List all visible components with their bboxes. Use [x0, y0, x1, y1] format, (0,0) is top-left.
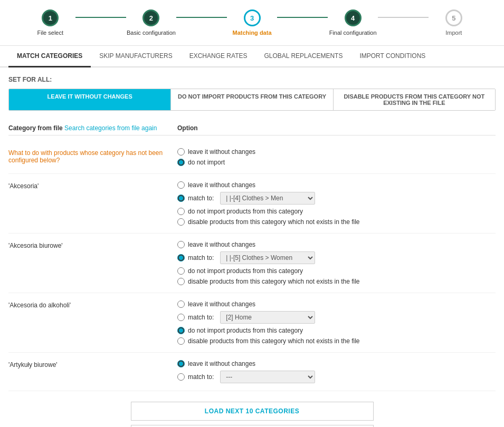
akc-alkoholi-radio-match[interactable]: [177, 314, 185, 321]
art-biurowe-radio-leave[interactable]: [177, 360, 185, 367]
options-akcesoria-alkoholi: leave it without changes match to: [2] H…: [177, 300, 496, 345]
row-akcesoria: 'Akcesoria' leave it without changes mat…: [8, 174, 496, 234]
akc-biurowe-radio-disable[interactable]: [177, 278, 185, 285]
akc-biurowe-radio-match[interactable]: [177, 254, 185, 261]
unconfigured-options: leave it without changes do not import: [177, 148, 496, 166]
unconfigured-row: What to do with products whose category …: [8, 141, 496, 174]
akc-biurowe-radio-leave[interactable]: [177, 241, 185, 248]
step-3-label: Matching data: [233, 30, 272, 36]
art-biurowe-radio-match[interactable]: [177, 373, 185, 381]
step-3-circle: 3: [244, 9, 261, 26]
options-akcesoria: leave it without changes match to: | |-[…: [177, 181, 496, 226]
akc-alkoholi-radio-no-import[interactable]: [177, 327, 185, 334]
step-4: 4 Final configuration: [328, 9, 378, 36]
akc-biurowe-dropdown[interactable]: | |-[5] Clothes > Women: [220, 251, 315, 264]
main-content: SET FOR ALL: LEAVE IT WITHOUT CHANGES DO…: [0, 67, 504, 427]
akc-alkoholi-opt-disable[interactable]: disable products from this category whic…: [177, 337, 496, 345]
header-option: Option: [177, 124, 198, 132]
art-biurowe-opt-leave[interactable]: leave it without changes: [177, 360, 496, 367]
akc-alkoholi-opt-match[interactable]: match to: [2] Home: [177, 311, 496, 324]
step-1-label: File select: [37, 30, 64, 36]
load-all-button[interactable]: LOAD ALL CATEGORIES (80): [131, 425, 374, 427]
akcesoria-radio-disable[interactable]: [177, 218, 185, 226]
unconfigured-radio-leave[interactable]: [177, 148, 185, 156]
step-4-circle: 4: [345, 9, 362, 26]
header-category: Category from file Search categories fro…: [8, 124, 177, 132]
akcesoria-radio-match[interactable]: [177, 195, 185, 202]
art-biurowe-opt-match[interactable]: match to: ---: [177, 371, 496, 383]
akc-biurowe-opt-leave[interactable]: leave it without changes: [177, 241, 496, 248]
tabs-bar: MATCH CATEGORIES SKIP MANUFACTURERS EXCH…: [0, 46, 504, 67]
load-buttons-section: LOAD NEXT 10 CATEGORIES LOAD ALL CATEGOR…: [8, 402, 496, 427]
akc-alkoholi-opt-leave[interactable]: leave it without changes: [177, 300, 496, 308]
unconfigured-radio-do-not-import[interactable]: [177, 159, 185, 166]
step-1-circle: 1: [42, 9, 59, 26]
btn-do-not-import[interactable]: DO NOT IMPORT PRODUCTS FROM THIS CATEGOR…: [171, 89, 333, 110]
akc-alkoholi-opt-no-import[interactable]: do not import products from this categor…: [177, 327, 496, 334]
akc-alkoholi-radio-leave[interactable]: [177, 300, 185, 308]
cat-label-akcesoria-alkoholi: 'Akcesoria do alkoholi': [8, 300, 177, 309]
akcesoria-opt-match[interactable]: match to: | |-[4] Clothes > Men: [177, 192, 496, 205]
set-for-all-label: SET FOR ALL:: [8, 76, 496, 83]
row-akcesoria-alkoholi: 'Akcesoria do alkoholi' leave it without…: [8, 293, 496, 353]
akcesoria-opt-disable[interactable]: disable products from this category whic…: [177, 218, 496, 226]
global-action-buttons: LEAVE IT WITHOUT CHANGES DO NOT IMPORT P…: [8, 89, 496, 111]
akc-biurowe-opt-match[interactable]: match to: | |-[5] Clothes > Women: [177, 251, 496, 264]
cat-label-artykuly-biurowe: 'Artykuły biurowe': [8, 360, 177, 368]
tab-global-replacements[interactable]: GLOBAL REPLACEMENTS: [256, 46, 351, 67]
akcesoria-dropdown[interactable]: | |-[4] Clothes > Men: [220, 192, 315, 205]
step-5: 5 Import: [429, 9, 479, 36]
load-next-button[interactable]: LOAD NEXT 10 CATEGORIES: [131, 402, 374, 421]
tab-match-categories[interactable]: MATCH CATEGORIES: [8, 46, 91, 67]
unconfigured-option-do-not-import[interactable]: do not import: [177, 159, 496, 166]
options-artykuly-biurowe: leave it without changes match to: ---: [177, 360, 496, 383]
step-5-label: Import: [445, 30, 462, 36]
step-2: 2 Basic configuration: [126, 9, 177, 36]
row-akcesoria-biurowe: 'Akcesoria biurowe' leave it without cha…: [8, 234, 496, 293]
step-2-label: Basic configuration: [127, 30, 176, 36]
step-1: 1 File select: [25, 9, 76, 36]
connector-1-2: [75, 17, 126, 18]
btn-disable-products[interactable]: DISABLE PRODUCTS FROM THIS CATEGORY NOT …: [334, 89, 495, 110]
unconfigured-option-leave[interactable]: leave it without changes: [177, 148, 496, 156]
akcesoria-radio-no-import[interactable]: [177, 208, 185, 215]
stepper: 1 File select 2 Basic configuration 3 Ma…: [0, 0, 504, 46]
akc-alkoholi-dropdown[interactable]: [2] Home: [220, 311, 315, 324]
tab-import-conditions[interactable]: IMPORT CONDITIONS: [351, 46, 434, 67]
tab-skip-manufacturers[interactable]: SKIP MANUFACTURERS: [91, 46, 180, 67]
akcesoria-opt-no-import[interactable]: do not import products from this categor…: [177, 208, 496, 215]
akc-biurowe-radio-no-import[interactable]: [177, 267, 185, 275]
cat-label-akcesoria-biurowe: 'Akcesoria biurowe': [8, 241, 177, 249]
row-artykuly-biurowe: 'Artykuły biurowe' leave it without chan…: [8, 353, 496, 391]
akc-alkoholi-radio-disable[interactable]: [177, 337, 185, 345]
connector-2-3: [176, 17, 227, 18]
unconfigured-label: What to do with products whose category …: [8, 148, 177, 164]
akc-biurowe-opt-no-import[interactable]: do not import products from this categor…: [177, 267, 496, 275]
cat-label-akcesoria: 'Akcesoria': [8, 181, 177, 190]
step-4-label: Final configuration: [329, 30, 377, 36]
step-3: 3 Matching data: [227, 9, 278, 36]
step-2-circle: 2: [142, 9, 159, 26]
akcesoria-radio-leave[interactable]: [177, 181, 185, 189]
step-5-circle: 5: [445, 9, 462, 26]
art-biurowe-dropdown[interactable]: ---: [220, 371, 315, 383]
search-categories-link[interactable]: Search categories from file again: [64, 124, 157, 132]
connector-4-5: [378, 17, 429, 18]
options-akcesoria-biurowe: leave it without changes match to: | |-[…: [177, 241, 496, 285]
tab-exchange-rates[interactable]: EXCHANGE RATES: [181, 46, 256, 67]
akcesoria-opt-leave[interactable]: leave it without changes: [177, 181, 496, 189]
btn-leave-without-changes[interactable]: LEAVE IT WITHOUT CHANGES: [9, 89, 171, 110]
akc-biurowe-opt-disable[interactable]: disable products from this category whic…: [177, 278, 496, 285]
table-header: Category from file Search categories fro…: [8, 121, 496, 135]
connector-3-4: [277, 17, 328, 18]
